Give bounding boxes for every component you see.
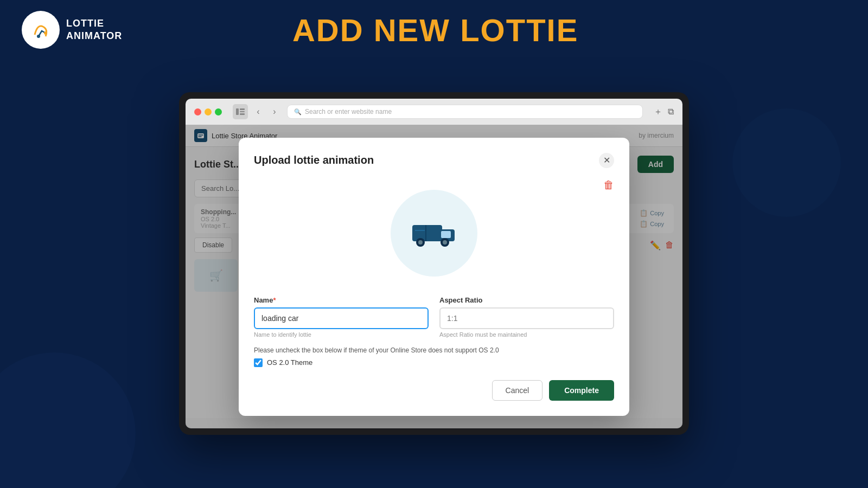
name-input[interactable]: [254, 307, 429, 329]
browser-actions: ＋ ⧉: [654, 106, 674, 118]
preview-circle: [391, 190, 477, 277]
checkbox-section: Please uncheck the box below if theme of…: [254, 346, 614, 367]
page-title: ADD NEW LOTTIE: [122, 12, 749, 48]
logo-circle: [22, 11, 60, 49]
svg-point-1: [37, 35, 40, 38]
required-star: *: [273, 296, 276, 304]
checkbox-label-text: OS 2.0 Theme: [267, 358, 312, 367]
aspect-ratio-hint: Aspect Ratio must be maintained: [439, 331, 614, 338]
bg-decoration-2: [732, 108, 841, 217]
animation-preview-area: 🗑: [254, 179, 614, 287]
svg-rect-4: [240, 108, 245, 110]
upload-modal: Upload lottie animation ✕: [239, 138, 629, 416]
form-row: Name* Name to identify lottie Aspect Rat…: [254, 296, 614, 338]
checkbox-warning-text: Please uncheck the box below if theme of…: [254, 346, 614, 354]
modal-header: Upload lottie animation ✕: [254, 153, 614, 168]
browser-frame: ‹ › 🔍 Search or enter website name ＋ ⧉ L…: [179, 92, 689, 435]
new-tab-button[interactable]: ＋: [654, 106, 662, 118]
svg-rect-5: [240, 111, 245, 112]
name-hint: Name to identify lottie: [254, 331, 429, 338]
modal-footer: Cancel Complete: [254, 380, 614, 401]
browser-controls: ‹ ›: [233, 104, 280, 119]
page-header: LOTTIE ANIMATOR ADD NEW LOTTIE: [0, 0, 868, 60]
name-label: Name*: [254, 296, 429, 304]
search-icon: 🔍: [294, 108, 302, 115]
logo-container: LOTTIE ANIMATOR: [22, 11, 122, 49]
bg-decoration-1: [0, 352, 136, 488]
svg-point-14: [443, 240, 447, 245]
complete-button[interactable]: Complete: [549, 380, 614, 401]
svg-rect-10: [441, 231, 451, 238]
os-theme-checkbox[interactable]: [254, 358, 263, 367]
traffic-light-yellow[interactable]: [205, 108, 212, 115]
address-bar[interactable]: 🔍 Search or enter website name: [287, 105, 643, 119]
aspect-ratio-field-group: Aspect Ratio Aspect Ratio must be mainta…: [439, 296, 614, 338]
address-bar-placeholder: Search or enter website name: [305, 108, 392, 115]
tabs-button[interactable]: ⧉: [668, 107, 674, 117]
modal-overlay: Upload lottie animation ✕: [186, 125, 682, 428]
aspect-ratio-label: Aspect Ratio: [439, 296, 614, 304]
modal-close-button[interactable]: ✕: [599, 153, 614, 168]
logo-text: LOTTIE ANIMATOR: [66, 17, 122, 43]
svg-rect-3: [236, 108, 239, 115]
forward-button[interactable]: ›: [269, 107, 280, 117]
sidebar-toggle-icon[interactable]: [233, 104, 248, 119]
traffic-light-red[interactable]: [194, 108, 201, 115]
svg-point-12: [418, 240, 423, 245]
os-theme-checkbox-label[interactable]: OS 2.0 Theme: [254, 358, 614, 367]
svg-point-0: [27, 16, 55, 44]
browser-chrome: ‹ › 🔍 Search or enter website name ＋ ⧉: [186, 99, 682, 125]
name-field-group: Name* Name to identify lottie: [254, 296, 429, 338]
aspect-ratio-input[interactable]: [439, 307, 614, 329]
delete-preview-button[interactable]: 🗑: [603, 179, 614, 191]
traffic-light-green[interactable]: [215, 108, 222, 115]
back-button[interactable]: ‹: [252, 107, 264, 117]
logo-svg: [27, 16, 55, 44]
traffic-lights: [194, 108, 222, 115]
svg-rect-6: [240, 113, 245, 115]
truck-animation-icon: [410, 214, 458, 252]
modal-title: Upload lottie animation: [254, 154, 374, 166]
svg-point-2: [44, 31, 47, 35]
svg-rect-8: [412, 225, 442, 241]
browser-content: Lottie Store Animator by imercium Lottie…: [186, 125, 682, 428]
cancel-button[interactable]: Cancel: [492, 380, 543, 401]
